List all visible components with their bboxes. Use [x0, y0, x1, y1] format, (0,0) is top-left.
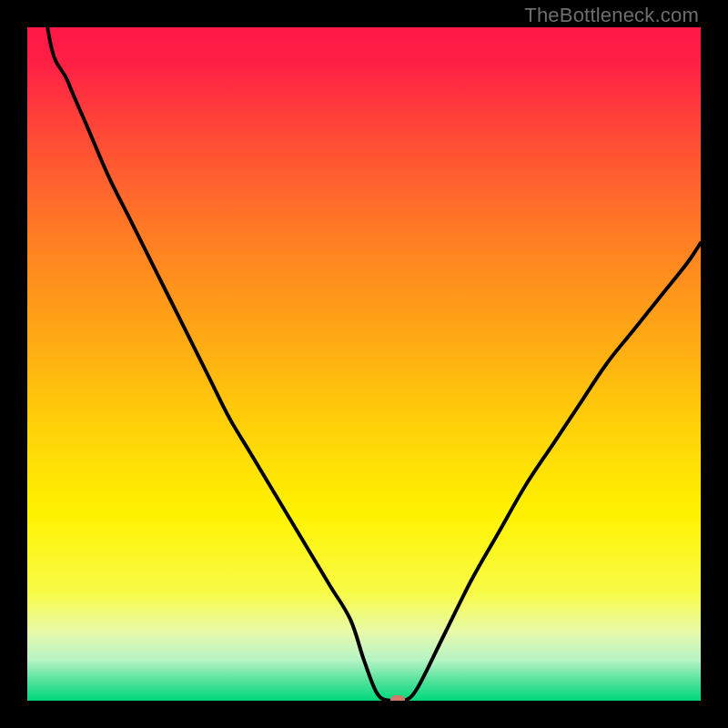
watermark-text: TheBottleneck.com [524, 4, 699, 27]
bottleneck-curve [27, 27, 701, 701]
plot-area [27, 27, 701, 701]
optimal-point-marker [390, 695, 405, 701]
chart-frame: TheBottleneck.com [0, 0, 728, 728]
